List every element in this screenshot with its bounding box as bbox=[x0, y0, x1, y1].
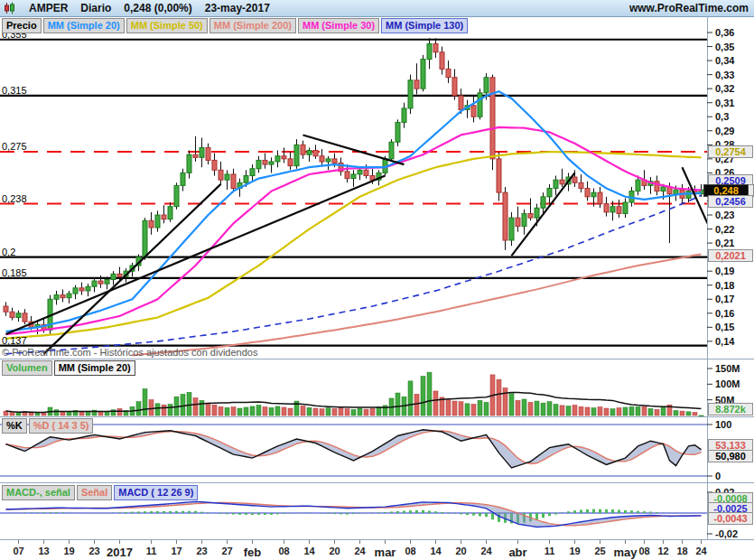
volume-pane-legend: Volumen MM (Simple 20) bbox=[2, 360, 137, 376]
legend-stoch-k[interactable]: %K bbox=[2, 418, 27, 434]
legend-macd-signal[interactable]: Señal bbox=[77, 485, 112, 500]
legend-mm50[interactable]: MM (Simple 50) bbox=[126, 18, 208, 33]
mm20-line bbox=[6, 91, 702, 331]
prorealtime-window: AMPER Diario 0,248 (0,00%) 23-may-2017 w… bbox=[0, 0, 754, 560]
legend-stoch-d[interactable]: %D ( 14 3 5) bbox=[29, 418, 94, 434]
price-pane-legend: Precio MM (Simple 20) MM (Simple 50) MM … bbox=[2, 18, 470, 33]
legend-precio[interactable]: Precio bbox=[2, 18, 42, 33]
legend-macd-line[interactable]: MACD ( 12 26 9) bbox=[114, 485, 198, 500]
chart-canvas[interactable] bbox=[0, 0, 754, 560]
mm200-line bbox=[133, 254, 702, 355]
mm30-line bbox=[6, 127, 702, 334]
legend-mm20[interactable]: MM (Simple 20) bbox=[43, 18, 125, 33]
legend-mm30[interactable]: MM (Simple 30) bbox=[298, 18, 379, 33]
legend-macd-hist[interactable]: MACD-, señal bbox=[2, 485, 75, 500]
legend-mm200[interactable]: MM (Simple 200) bbox=[209, 18, 296, 33]
macd-pane-legend: MACD-, señal Señal MACD ( 12 26 9) bbox=[2, 485, 200, 500]
legend-volumen[interactable]: Volumen bbox=[2, 360, 52, 376]
stochastic-pane-legend: %K %D ( 14 3 5) bbox=[2, 418, 95, 434]
legend-mm130[interactable]: MM (Simple 130) bbox=[381, 18, 468, 33]
legend-volume-mm20[interactable]: MM (Simple 20) bbox=[54, 360, 135, 376]
